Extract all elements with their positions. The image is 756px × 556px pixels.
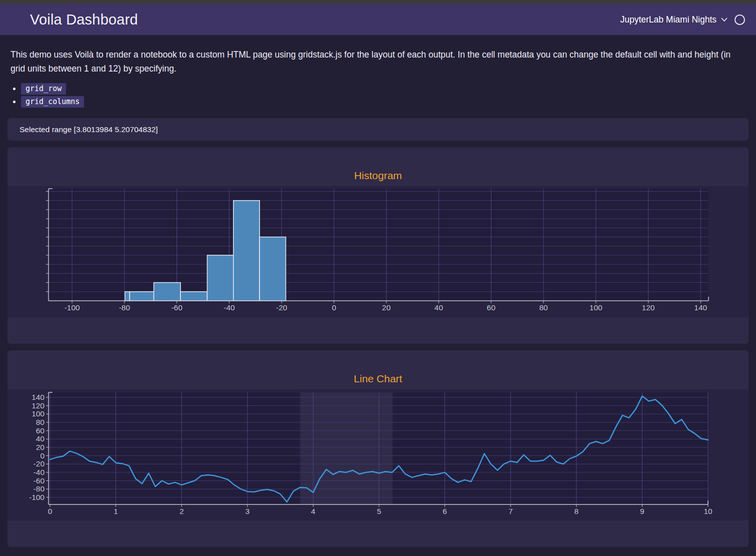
svg-text:-40: -40 [34, 468, 45, 476]
svg-text:-100: -100 [29, 493, 44, 501]
line-chart-panel: Line Chart -100-80-60-40-200204060801001… [8, 350, 748, 547]
theme-selector-dropdown[interactable]: JupyterLab Miami Nights [620, 15, 728, 25]
svg-text:-20: -20 [276, 303, 288, 312]
svg-text:-60: -60 [171, 303, 182, 312]
svg-text:-80: -80 [119, 303, 130, 312]
svg-text:40: 40 [434, 303, 444, 312]
svg-text:9: 9 [640, 507, 644, 515]
histogram-bar [125, 292, 130, 301]
histogram-bar [130, 292, 154, 301]
svg-text:5: 5 [377, 507, 382, 515]
svg-text:120: 120 [32, 401, 44, 410]
svg-text:100: 100 [32, 409, 44, 418]
svg-text:140: 140 [32, 393, 44, 401]
header-right: JupyterLab Miami Nights [620, 15, 745, 25]
window-top-strip [0, 0, 756, 4]
svg-text:10: 10 [704, 507, 712, 515]
svg-text:4: 4 [311, 507, 316, 515]
histogram-bar [207, 255, 233, 301]
svg-text:20: 20 [36, 443, 45, 451]
svg-text:40: 40 [36, 434, 45, 443]
plot-area [48, 189, 708, 301]
svg-text:6: 6 [442, 507, 447, 515]
code-chip-grid-row: grid_row [21, 83, 66, 95]
svg-text:60: 60 [36, 426, 45, 435]
svg-text:80: 80 [36, 418, 45, 426]
svg-text:8: 8 [574, 507, 578, 515]
line-chart[interactable]: -100-80-60-40-20020406080100120140012345… [8, 389, 748, 520]
svg-text:-60: -60 [34, 476, 45, 485]
svg-text:-40: -40 [224, 303, 235, 312]
theme-selector-label: JupyterLab Miami Nights [620, 15, 716, 25]
svg-text:20: 20 [382, 303, 391, 312]
svg-text:0: 0 [332, 303, 336, 312]
histogram-title: Histogram [8, 168, 748, 183]
line-chart-title: Line Chart [8, 371, 748, 386]
list-item: grid_row [21, 84, 756, 93]
svg-text:80: 80 [539, 303, 548, 312]
histogram-bar [234, 201, 260, 301]
svg-text:-20: -20 [34, 459, 45, 468]
svg-text:1: 1 [114, 507, 118, 515]
svg-text:120: 120 [642, 303, 655, 312]
histogram-bar [154, 283, 180, 301]
header: Voila Dashboard JupyterLab Miami Nights [0, 4, 756, 35]
code-chip-grid-columns: grid_columns [21, 96, 84, 108]
svg-text:140: 140 [694, 303, 707, 312]
page-title: Voila Dashboard [30, 12, 620, 28]
intro-paragraph: This demo uses Voilà to render a noteboo… [10, 48, 744, 76]
svg-text:-80: -80 [34, 484, 45, 493]
histogram-bar [180, 292, 207, 301]
histogram-panel: Histogram -100-80-60-40-2002040608010012… [8, 147, 748, 344]
svg-text:2: 2 [180, 507, 184, 515]
svg-text:7: 7 [508, 507, 513, 515]
histogram-bar [260, 237, 286, 301]
histogram-chart: -100-80-60-40-20020406080100120140 [8, 186, 748, 317]
selected-range-output-panel: Selected range [3.8013984 5.20704832] [8, 118, 748, 141]
intro-bullet-list: grid_row grid_columns [0, 84, 756, 106]
list-item: grid_columns [21, 97, 756, 106]
svg-text:0: 0 [40, 451, 44, 460]
svg-text:0: 0 [48, 507, 52, 515]
chevron-down-icon [721, 18, 728, 22]
svg-text:-100: -100 [64, 303, 80, 312]
dashboard-body: This demo uses Voilà to render a noteboo… [0, 48, 756, 547]
selected-range-text: Selected range [3.8013984 5.20704832] [20, 125, 158, 134]
kernel-status-icon [734, 15, 745, 25]
svg-text:100: 100 [590, 303, 602, 312]
svg-text:60: 60 [487, 303, 496, 312]
svg-text:3: 3 [245, 507, 250, 515]
